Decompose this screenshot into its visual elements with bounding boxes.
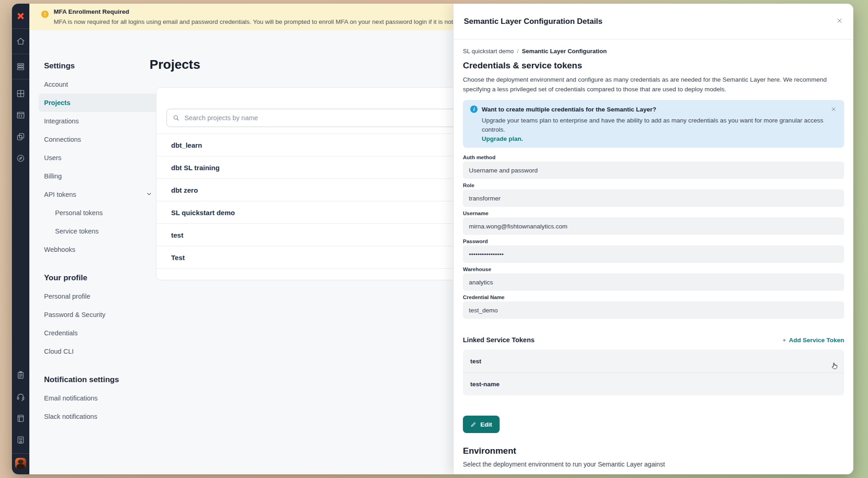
sidebar-item-credentials[interactable]: Credentials [39, 324, 158, 342]
linked-tokens-heading: Linked Service Tokens [463, 336, 534, 344]
sidebar-item-users[interactable]: Users [39, 149, 158, 167]
alert-close-icon[interactable] [830, 106, 837, 114]
sidebar-item-integrations[interactable]: Integrations [39, 112, 158, 130]
section-title: Credentials & service tokens [463, 61, 844, 71]
notifications-header: Notification settings [44, 371, 152, 389]
chevron-down-icon [146, 191, 152, 199]
sidebar-item-personal-profile[interactable]: Personal profile [39, 287, 158, 306]
info-icon: i [470, 106, 478, 113]
dbt-logo[interactable] [12, 4, 29, 29]
duplicate-pages-icon[interactable] [16, 132, 26, 144]
alert-body: Upgrade your teams plan to enterprise an… [482, 116, 837, 134]
token-row: test [463, 350, 844, 372]
sidebar-item-webhooks[interactable]: Webhooks [39, 240, 158, 259]
field-value: mirna.wong@fishtownanalytics.com [463, 217, 844, 235]
field-label: Username [463, 211, 844, 216]
sidebar-item-email-notifications[interactable]: Email notifications [39, 389, 158, 407]
alert-title: Want to create multiple credentials for … [482, 106, 657, 113]
sidebar-item-projects[interactable]: Projects [39, 94, 158, 112]
breadcrumb-parent[interactable]: SL quickstart demo [463, 48, 514, 55]
settings-header: Settings [44, 57, 152, 75]
section-description: Choose the deployment environment and co… [463, 75, 844, 94]
field-value: analytics [463, 273, 844, 291]
app-window: ! MFA Enrollment Required MFA is now req… [12, 4, 853, 474]
field-value: transformer [463, 189, 844, 207]
edit-button[interactable]: Edit [463, 416, 500, 433]
profile-header: Your profile [44, 269, 152, 287]
field-label: Password [463, 239, 844, 244]
sidebar-item-api-tokens[interactable]: API tokens [39, 185, 158, 204]
sidebar-item-billing[interactable]: Billing [39, 167, 158, 185]
field-value: •••••••••••••••• [463, 245, 844, 263]
field-role: Role transformer [463, 183, 844, 207]
field-password: Password •••••••••••••••• [463, 239, 844, 263]
pencil-icon [470, 421, 477, 428]
upgrade-alert: i Want to create multiple credentials fo… [463, 100, 844, 148]
app-rail [12, 4, 29, 474]
field-value: test_demo [463, 301, 844, 319]
add-service-token-button[interactable]: +Add Service Token [783, 337, 844, 344]
sidebar-item-cloud-cli[interactable]: Cloud CLI [39, 342, 158, 361]
breadcrumb-current: Semantic Layer Configuration [522, 48, 606, 55]
deploy-icon[interactable] [12, 54, 29, 79]
token-row: test-name [463, 372, 844, 395]
sidebar-item-slack-notifications[interactable]: Slack notifications [39, 407, 158, 426]
field-credential-name: Credential Name test_demo [463, 295, 844, 319]
sidebar-item-connections[interactable]: Connections [39, 130, 158, 149]
upgrade-plan-link[interactable]: Upgrade plan. [482, 135, 837, 142]
search-icon [172, 114, 180, 122]
marketplace-icon[interactable] [16, 435, 26, 447]
close-icon[interactable] [836, 17, 843, 26]
user-avatar[interactable] [15, 458, 26, 469]
field-auth-method: Auth method Username and password [463, 155, 844, 179]
support-headset-icon[interactable] [16, 392, 26, 404]
sidebar-item-account[interactable]: Account [39, 75, 158, 94]
field-warehouse: Warehouse analytics [463, 267, 844, 291]
breadcrumb-separator: / [517, 48, 519, 55]
semantic-layer-panel: Semantic Layer Configuration Details SL … [453, 4, 853, 474]
panel-title: Semantic Layer Configuration Details [464, 17, 602, 26]
settings-sidebar: Settings Account Projects Integrations C… [44, 57, 152, 426]
sidebar-item-service-tokens[interactable]: Service tokens [39, 222, 158, 240]
linked-tokens-list: test test-name [463, 350, 844, 395]
docs-book-icon[interactable] [16, 413, 26, 425]
field-label: Warehouse [463, 267, 844, 272]
ide-icon[interactable] [16, 110, 26, 122]
field-username: Username mirna.wong@fishtownanalytics.co… [463, 211, 844, 235]
edit-button-label: Edit [480, 421, 492, 428]
panel-body: SL quickstart demo/Semantic Layer Config… [454, 39, 853, 468]
breadcrumb: SL quickstart demo/Semantic Layer Config… [463, 48, 844, 55]
environment-heading: Environment [463, 446, 844, 456]
explore-compass-icon[interactable] [16, 153, 26, 165]
banner-message: MFA is now required for all logins using… [54, 18, 475, 25]
add-service-token-label: Add Service Token [789, 337, 844, 344]
sidebar-item-label: API tokens [44, 191, 76, 198]
home-icon[interactable] [12, 29, 29, 54]
field-label: Auth method [463, 155, 844, 160]
banner-title: MFA Enrollment Required [54, 8, 129, 15]
panel-header: Semantic Layer Configuration Details [454, 4, 853, 39]
sidebar-item-password-security[interactable]: Password & Security [39, 306, 158, 324]
field-value: Username and password [463, 161, 844, 179]
changelog-icon[interactable] [16, 370, 26, 382]
sidebar-item-personal-tokens[interactable]: Personal tokens [39, 204, 158, 222]
page-title: Projects [150, 57, 200, 72]
field-label: Credential Name [463, 295, 844, 300]
field-label: Role [463, 183, 844, 188]
environment-description: Select the deployment environment to run… [463, 460, 844, 468]
dashboards-icon[interactable] [16, 89, 26, 100]
plus-icon: + [783, 337, 786, 344]
warning-icon: ! [41, 11, 49, 18]
